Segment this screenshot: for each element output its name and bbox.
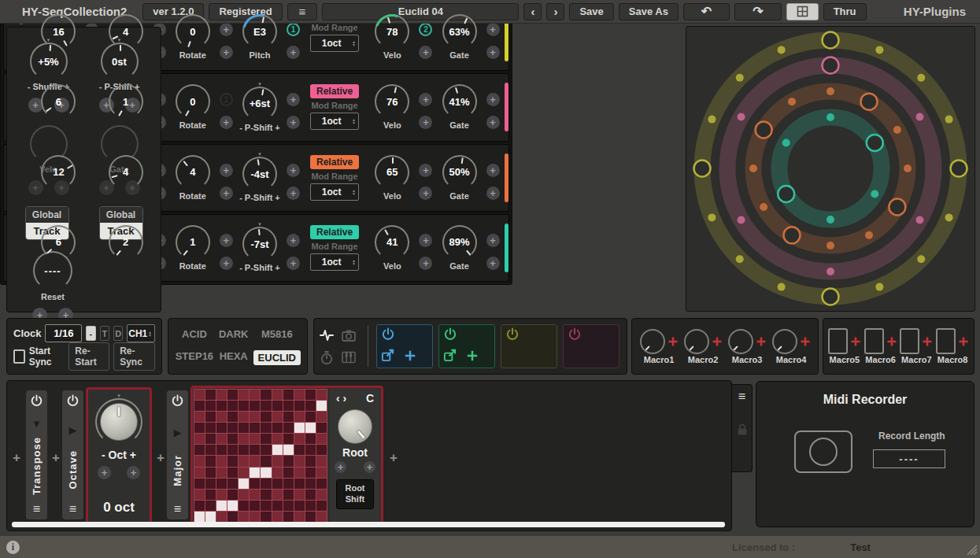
- scale-grid-cell[interactable]: [305, 434, 316, 444]
- power-icon[interactable]: [30, 394, 43, 411]
- start-sync-checkbox[interactable]: [13, 349, 25, 364]
- timer-button[interactable]: [317, 348, 336, 367]
- scale-grid-cell[interactable]: [250, 467, 260, 478]
- mod-assign-button[interactable]: +: [486, 46, 500, 59]
- scale-grid-cell[interactable]: [194, 467, 205, 478]
- scale-grid-cell[interactable]: [294, 445, 305, 455]
- scale-grid-cell[interactable]: [194, 512, 205, 522]
- macro-assign-icon[interactable]: [886, 336, 897, 347]
- scale-grid-cell[interactable]: [216, 423, 227, 433]
- global-option[interactable]: Global: [100, 207, 142, 223]
- mod-range-select[interactable]: 1oct ▲▼: [310, 253, 359, 271]
- mod-assign-button[interactable]: +: [419, 46, 432, 59]
- mod-assign-button[interactable]: +: [220, 116, 233, 129]
- pitch-knob[interactable]: -7st: [242, 227, 277, 261]
- global-pshift-knob[interactable]: 0st: [101, 42, 139, 80]
- scale-grid-cell[interactable]: [194, 434, 205, 444]
- scale-grid-cell[interactable]: [305, 490, 316, 500]
- scale-grid-cell[interactable]: [283, 479, 294, 489]
- scale-grid-cell[interactable]: [294, 501, 305, 511]
- transpose-module-strip[interactable]: ▼ Transpose ≡: [26, 390, 47, 519]
- clock-division-box[interactable]: 1/16: [45, 324, 82, 342]
- pulse-knob[interactable]: 1: [109, 84, 143, 119]
- scale-grid-cell[interactable]: [250, 490, 260, 500]
- scale-grid-cell[interactable]: [316, 445, 327, 455]
- scale-grid-cell[interactable]: [239, 412, 249, 422]
- scale-grid-cell[interactable]: [283, 434, 294, 444]
- scale-grid-cell[interactable]: [216, 434, 227, 444]
- scale-grid-cell[interactable]: [250, 434, 260, 444]
- scale-grid-cell[interactable]: [227, 512, 238, 522]
- resync-button[interactable]: Re-Sync: [113, 342, 155, 371]
- macro-assign-icon[interactable]: [958, 336, 969, 347]
- scale-grid-cell[interactable]: [305, 479, 316, 489]
- scale-grid-cell[interactable]: [250, 501, 260, 511]
- scale-grid-cell[interactable]: [272, 434, 283, 444]
- macro-assign-icon[interactable]: [756, 336, 767, 347]
- scale-grid-cell[interactable]: [194, 490, 205, 500]
- mod-slot-2[interactable]: [438, 324, 495, 368]
- pulse-knob[interactable]: 4: [109, 14, 143, 49]
- scale-grid-cell[interactable]: [205, 479, 216, 489]
- mode-hexa[interactable]: HEXA: [220, 350, 248, 365]
- add-module-button[interactable]: +: [390, 450, 398, 466]
- gate-knob[interactable]: 41%: [442, 84, 477, 119]
- relative-mode-badge[interactable]: Relative: [310, 155, 359, 169]
- scale-grid-cell[interactable]: [305, 390, 316, 400]
- scale-grid-cell[interactable]: [316, 501, 327, 511]
- scale-grid-cell[interactable]: [216, 445, 227, 455]
- scale-grid-cell[interactable]: [194, 390, 205, 400]
- scale-grid-cell[interactable]: [216, 490, 227, 500]
- power-icon[interactable]: [381, 327, 428, 345]
- thru-button[interactable]: Thru: [823, 3, 867, 20]
- hamburger-icon[interactable]: ≡: [69, 504, 76, 515]
- mod-assign-button[interactable]: +: [486, 116, 500, 129]
- undo-icon[interactable]: ↶: [701, 4, 712, 19]
- scale-grid-cell[interactable]: [283, 445, 294, 455]
- scale-grid-cell[interactable]: [227, 401, 238, 411]
- scale-grid-cell[interactable]: [283, 490, 294, 500]
- scale-grid-cell[interactable]: [216, 501, 227, 511]
- scale-grid-cell[interactable]: [250, 445, 260, 455]
- scale-grid-cell[interactable]: [205, 490, 216, 500]
- scale-grid-cell[interactable]: [227, 456, 238, 466]
- macro-knob[interactable]: [728, 329, 753, 354]
- mod-assign-button[interactable]: +: [486, 234, 500, 247]
- mod-assign-button[interactable]: +: [287, 164, 300, 177]
- mod-assign-button[interactable]: +: [419, 116, 432, 129]
- mod-assign-button[interactable]: +: [486, 93, 500, 106]
- gate-knob[interactable]: 50%: [442, 155, 477, 190]
- scale-grid-cell[interactable]: [205, 401, 216, 411]
- scale-grid-cell[interactable]: [305, 512, 316, 522]
- mod-assign-button[interactable]: +: [287, 257, 300, 270]
- mod-range-select[interactable]: 1oct ▲▼: [310, 183, 359, 201]
- mod-source-badge[interactable]: 1: [220, 93, 233, 106]
- scale-grid-cell[interactable]: [305, 467, 316, 478]
- scale-grid-cell[interactable]: [294, 401, 305, 411]
- scale-grid-cell[interactable]: [316, 401, 327, 411]
- scale-grid-cell[interactable]: [227, 467, 238, 478]
- scale-grid-cell[interactable]: [261, 423, 271, 433]
- scale-grid-cell[interactable]: [205, 501, 216, 511]
- snapshot-camera-button[interactable]: [339, 326, 358, 345]
- scale-grid-cell[interactable]: [283, 401, 294, 411]
- macro-knob[interactable]: [640, 329, 665, 354]
- macro-slider[interactable]: [864, 328, 884, 354]
- scale-grid-cell[interactable]: [194, 445, 205, 455]
- scale-grid-cell[interactable]: [283, 390, 294, 400]
- add-module-button[interactable]: +: [157, 450, 165, 466]
- power-icon[interactable]: [568, 327, 615, 345]
- scale-grid-cell[interactable]: [283, 423, 294, 433]
- gate-knob[interactable]: 63%: [442, 14, 477, 49]
- scale-grid-cell[interactable]: [216, 401, 227, 411]
- scale-grid-cell[interactable]: [205, 456, 216, 466]
- info-icon[interactable]: i: [6, 541, 20, 554]
- rotate-knob[interactable]: 4: [176, 155, 210, 190]
- macro-assign-icon[interactable]: [922, 336, 933, 347]
- lfo-wave-button[interactable]: [317, 326, 336, 345]
- scale-grid-cell[interactable]: [227, 390, 238, 400]
- mod-assign-button[interactable]: +: [98, 466, 111, 479]
- scale-grid-cell[interactable]: [250, 512, 260, 522]
- mod-assign-button[interactable]: +: [220, 187, 233, 200]
- normal-time-button[interactable]: -: [86, 326, 95, 341]
